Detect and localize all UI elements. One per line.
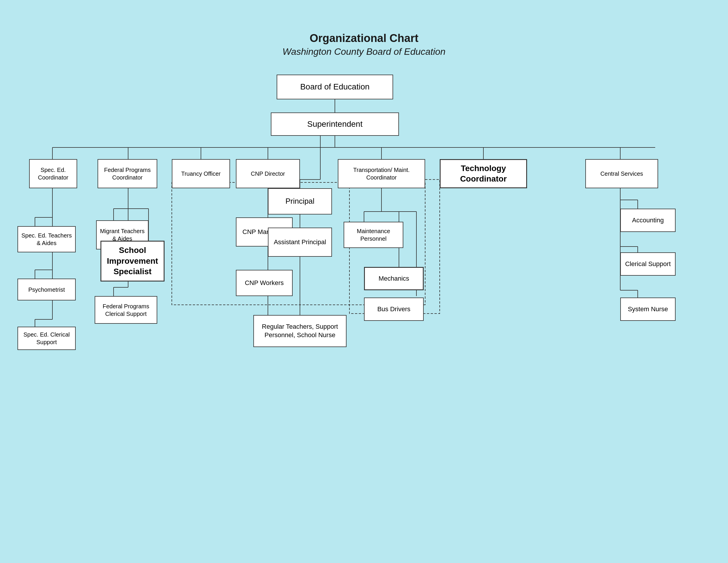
- sub-title: Washington County Board of Education: [15, 46, 713, 57]
- superintendent-box: Superintendent: [271, 112, 399, 136]
- cnp-workers-box: CNP Workers: [236, 270, 293, 296]
- psychometrist-box: Psychometrist: [17, 278, 76, 301]
- federal-programs-coord-box: Federal Programs Coordinator: [98, 159, 157, 188]
- principal-box: Principal: [268, 188, 332, 214]
- system-nurse-box: System Nurse: [620, 298, 676, 321]
- school-improvement-box: School Improvement Specialist: [100, 241, 165, 282]
- regular-teachers-box: Regular Teachers, Support Personnel, Sch…: [253, 315, 347, 347]
- accounting-box: Accounting: [620, 209, 676, 232]
- main-title: Organizational Chart: [15, 32, 713, 45]
- org-chart: Board of Education Superintendent Spec. …: [15, 66, 708, 547]
- board-of-education-box: Board of Education: [277, 75, 393, 99]
- title-section: Organizational Chart Washington County B…: [15, 32, 713, 57]
- central-services-box: Central Services: [585, 159, 658, 188]
- bus-drivers-box: Bus Drivers: [364, 298, 424, 321]
- truancy-officer-box: Truancy Officer: [172, 159, 230, 188]
- spec-ed-teachers-box: Spec. Ed. Teachers & Aides: [17, 226, 76, 252]
- spec-ed-clerical-box: Spec. Ed. Clerical Support: [17, 327, 76, 350]
- spec-ed-coord-box: Spec. Ed. Coordinator: [29, 159, 77, 188]
- clerical-support-box: Clerical Support: [620, 252, 676, 276]
- maintenance-box: Maintenance Personnel: [344, 222, 403, 248]
- mechanics-box: Mechanics: [364, 267, 424, 290]
- assistant-principal-box: Assistant Principal: [268, 227, 332, 257]
- transportation-coord-box: Transportation/ Maint. Coordinator: [338, 159, 425, 188]
- chart-container: Organizational Chart Washington County B…: [15, 32, 713, 547]
- technology-coord-box: Technology Coordinator: [440, 159, 527, 188]
- federal-programs-clerical-box: Federal Programs Clerical Support: [95, 296, 157, 324]
- page: Organizational Chart Washington County B…: [0, 0, 728, 563]
- cnp-director-box: CNP Director: [236, 159, 300, 188]
